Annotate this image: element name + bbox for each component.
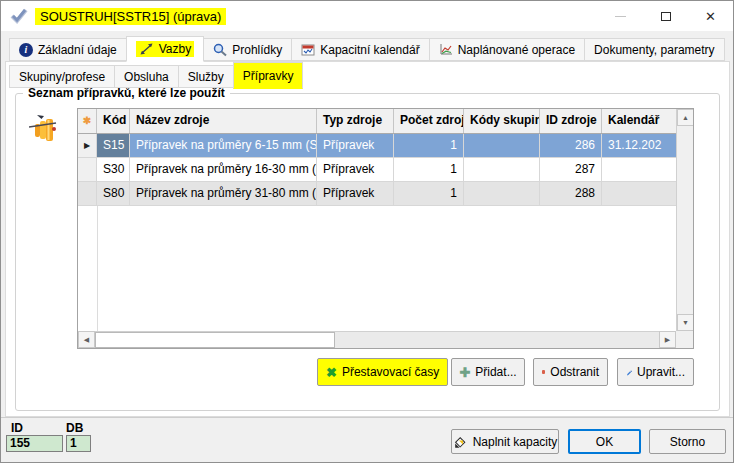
tab-label: Obsluha xyxy=(124,70,169,84)
horizontal-scrollbar-thumb[interactable] xyxy=(95,332,335,348)
tab-zakladni-udaje[interactable]: i Základní údaje xyxy=(9,38,127,61)
row-selector-cell[interactable]: ▶ xyxy=(78,134,97,158)
cell-id[interactable]: 286 xyxy=(540,134,602,158)
fixture-icon xyxy=(29,111,57,145)
row-selector-cell[interactable] xyxy=(78,182,97,206)
column-header-nazev-zdroje[interactable]: Název zdroje xyxy=(130,109,317,133)
edit-label: Upravit... xyxy=(637,365,685,379)
header-star-cell[interactable]: ✱ xyxy=(78,109,97,133)
table-row[interactable]: S30 Přípravek na průměry 16-30 mm (S30) … xyxy=(78,158,694,182)
app-check-icon xyxy=(9,8,29,24)
add-label: Přidat... xyxy=(475,365,516,379)
window-controls: ✕ xyxy=(598,1,733,31)
cell-id[interactable]: 287 xyxy=(540,158,602,182)
cell-typ[interactable]: Přípravek xyxy=(317,134,394,158)
tab-label: Prohlídky xyxy=(232,43,282,57)
tab-sluzby[interactable]: Služby xyxy=(178,65,234,88)
groupbox-title: Seznam přípravků, které lze použít xyxy=(23,86,230,100)
cell-kod[interactable]: S15 xyxy=(97,134,130,158)
maximize-button[interactable] xyxy=(643,1,688,31)
cell-kod[interactable]: S30 xyxy=(97,158,130,182)
ok-button[interactable]: OK xyxy=(568,429,641,454)
edit-button[interactable]: Upravit... xyxy=(617,358,694,386)
tab-naplanovane-operace[interactable]: Naplánované operace xyxy=(429,38,585,61)
cell-nazev[interactable]: Přípravek na průměry 6-15 mm (S15) xyxy=(130,134,317,158)
cell-id[interactable]: 288 xyxy=(540,182,602,206)
scrollbar-corner xyxy=(676,331,693,348)
cell-pocet[interactable]: 1 xyxy=(394,158,464,182)
calendar-icon xyxy=(301,43,315,56)
minimize-icon xyxy=(615,16,626,17)
row-pointer-icon: ▶ xyxy=(84,141,90,150)
scroll-left-icon: ◀ xyxy=(84,336,89,344)
column-header-kody-skupin[interactable]: Kódy skupin xyxy=(464,109,540,133)
tab-obsluha[interactable]: Obsluha xyxy=(114,65,179,88)
scroll-down-icon: ▼ xyxy=(682,319,689,326)
setup-times-label: Přestavovací časy xyxy=(342,365,439,379)
primary-tab-strip: i Základní údaje Vazby Prohlídky xyxy=(9,35,725,61)
close-icon: ✕ xyxy=(705,9,716,24)
id-label: ID xyxy=(11,421,23,435)
window-title: SOUSTRUH[SSTR15] (úprava) xyxy=(35,8,226,25)
id-field[interactable]: 155 xyxy=(6,435,63,452)
fill-capacities-button[interactable]: Naplnit kapacity xyxy=(451,429,559,454)
add-plus-icon: ✚ xyxy=(459,365,470,380)
row-selector-cell[interactable] xyxy=(78,158,97,182)
column-header-id-zdroje[interactable]: ID zdroje xyxy=(540,109,602,133)
magnifier-icon xyxy=(213,43,227,57)
column-header-typ-zdroje[interactable]: Typ zdroje xyxy=(317,109,394,133)
cell-pocet[interactable]: 1 xyxy=(394,182,464,206)
tab-label: Skupiny/profese xyxy=(19,70,105,84)
table-row[interactable]: S80 Přípravek na průměry 31-80 mm (S80) … xyxy=(78,182,694,206)
cell-kody[interactable] xyxy=(464,134,540,158)
tab-pripravky[interactable]: Přípravky xyxy=(233,62,304,89)
fill-capacities-label: Naplnit kapacity xyxy=(473,435,558,449)
tab-label: Naplánované operace xyxy=(458,43,575,57)
cell-kody[interactable] xyxy=(464,182,540,206)
table-row[interactable]: ▶ S15 Přípravek na průměry 6-15 mm (S15)… xyxy=(78,134,694,158)
cancel-label: Storno xyxy=(670,435,705,449)
resource-edit-dialog: SOUSTRUH[SSTR15] (úprava) ✕ i Základní ú… xyxy=(0,0,734,463)
horizontal-scrollbar[interactable]: ◀ ▶ xyxy=(78,331,676,348)
info-icon: i xyxy=(19,43,33,57)
cell-nazev[interactable]: Přípravek na průměry 31-80 mm (S80) xyxy=(130,182,317,206)
scroll-up-icon: ▲ xyxy=(682,114,689,121)
tab-vazby[interactable]: Vazby xyxy=(126,36,204,62)
add-button[interactable]: ✚ Přidat... xyxy=(451,358,525,386)
scroll-left-button[interactable]: ◀ xyxy=(78,331,95,348)
edit-pencil-icon xyxy=(626,366,632,379)
tab-kapacitni-kalendar[interactable]: Kapacitní kalendář xyxy=(291,38,429,61)
fill-bucket-icon xyxy=(453,435,468,449)
tab-skupiny-profese[interactable]: Skupiny/profese xyxy=(9,65,115,88)
scroll-down-button[interactable]: ▼ xyxy=(677,314,694,331)
remove-button[interactable]: Odstranit xyxy=(533,358,608,386)
setup-times-icon: ✖ xyxy=(326,365,337,380)
scroll-right-button[interactable]: ▶ xyxy=(659,331,676,348)
cell-typ[interactable]: Přípravek xyxy=(317,158,394,182)
close-button[interactable]: ✕ xyxy=(688,1,733,31)
cell-typ[interactable]: Přípravek xyxy=(317,182,394,206)
cell-kody[interactable] xyxy=(464,158,540,182)
tab-label: Dokumenty, parametry xyxy=(594,43,715,57)
db-field[interactable]: 1 xyxy=(66,435,91,452)
cell-pocet[interactable]: 1 xyxy=(394,134,464,158)
column-header-pocet-zdroju[interactable]: Počet zdrojů xyxy=(394,109,464,133)
db-label: DB xyxy=(66,421,83,435)
fixtures-table: ✱ Kód Název zdroje Typ zdroje Počet zdro… xyxy=(77,108,694,349)
tab-dokumenty-parametry[interactable]: Dokumenty, parametry xyxy=(584,38,725,61)
scroll-right-icon: ▶ xyxy=(665,336,670,344)
column-header-kod[interactable]: Kód xyxy=(97,109,130,133)
cell-kod[interactable]: S80 xyxy=(97,182,130,206)
scroll-up-button[interactable]: ▲ xyxy=(677,109,694,126)
chart-icon xyxy=(439,43,453,56)
minimize-button[interactable] xyxy=(598,1,643,31)
vertical-scrollbar[interactable]: ▲ ▼ xyxy=(676,109,693,331)
setup-times-button[interactable]: ✖ Přestavovací časy xyxy=(317,358,448,386)
tab-prohlidky[interactable]: Prohlídky xyxy=(203,38,292,61)
cancel-button[interactable]: Storno xyxy=(649,429,726,454)
title-bar: SOUSTRUH[SSTR15] (úprava) ✕ xyxy=(1,1,733,31)
relations-arrows-icon xyxy=(139,42,154,56)
tab-label: Kapacitní kalendář xyxy=(320,43,419,57)
selector-column-divider xyxy=(97,206,98,331)
cell-nazev[interactable]: Přípravek na průměry 16-30 mm (S30) xyxy=(130,158,317,182)
